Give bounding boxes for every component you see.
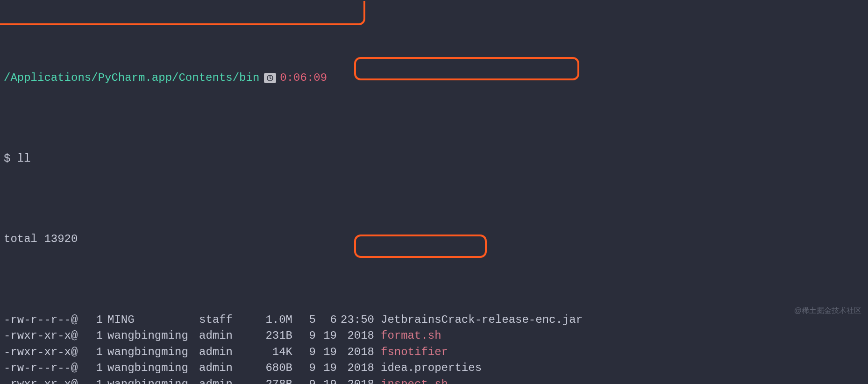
file-time: 23:50 <box>337 312 379 328</box>
file-group: staff <box>199 312 250 328</box>
file-group: admin <box>199 360 250 377</box>
file-group: admin <box>199 328 250 344</box>
file-month: 9 <box>292 360 316 377</box>
file-day: 19 <box>316 328 337 344</box>
cwd-path: /Applications/PyCharm.app/Contents/bin <box>4 70 259 86</box>
file-owner: wangbingming <box>106 344 199 361</box>
file-time: 2018 <box>337 344 379 361</box>
file-row: -rwxr-xr-x@1wangbingmingadmin14K9192018f… <box>4 344 864 361</box>
terminal-window[interactable]: /Applications/PyCharm.app/Contents/bin 0… <box>0 0 868 384</box>
file-row: -rw-r--r--@1wangbingmingadmin680B9192018… <box>4 360 864 377</box>
file-name: idea.properties <box>381 362 482 374</box>
file-name: JetbrainsCrack-release-enc.jar <box>381 313 583 326</box>
file-name-cell: fsnotifier <box>379 344 864 361</box>
file-month: 9 <box>292 344 316 361</box>
file-time: 2018 <box>337 328 379 344</box>
file-size: 231B <box>250 328 292 344</box>
prompt-line-1: /Applications/PyCharm.app/Contents/bin 0… <box>4 70 864 86</box>
file-name-cell: inspect.sh <box>379 377 864 384</box>
terminal-content[interactable]: /Applications/PyCharm.app/Contents/bin 0… <box>0 0 868 384</box>
file-name: fsnotifier <box>381 346 448 358</box>
command-text: ll <box>17 152 31 165</box>
prompt-time: 0:06:09 <box>280 70 327 86</box>
command-line-1: $ ll <box>4 151 864 167</box>
file-link-count: 1 <box>92 377 106 384</box>
file-size: 14K <box>250 344 292 361</box>
file-day: 19 <box>316 344 337 361</box>
file-month: 9 <box>292 328 316 344</box>
file-owner: wangbingming <box>106 360 199 377</box>
file-link-count: 1 <box>92 312 106 328</box>
file-month: 9 <box>292 377 316 384</box>
file-name-cell: idea.properties <box>379 360 864 377</box>
file-name-cell: JetbrainsCrack-release-enc.jar <box>379 312 864 328</box>
file-owner: wangbingming <box>106 377 199 384</box>
file-link-count: 1 <box>92 360 106 377</box>
file-row: -rwxr-xr-x@1wangbingmingadmin278B9192018… <box>4 377 864 384</box>
file-permissions: -rwxr-xr-x@ <box>4 377 92 384</box>
file-name: format.sh <box>381 329 441 342</box>
file-link-count: 1 <box>92 344 106 361</box>
file-row: -rw-r--r--@1MINGstaff1.0M5623:50Jetbrain… <box>4 312 864 328</box>
file-day: 6 <box>316 312 337 328</box>
file-group: admin <box>199 344 250 361</box>
file-permissions: -rw-r--r--@ <box>4 312 92 328</box>
clock-icon <box>264 73 276 83</box>
prompt-symbol: $ <box>4 152 10 165</box>
file-name: inspect.sh <box>381 378 448 384</box>
file-day: 19 <box>316 360 337 377</box>
file-listing: -rw-r--r--@1MINGstaff1.0M5623:50Jetbrain… <box>4 312 864 384</box>
file-owner: MING <box>106 312 199 328</box>
file-time: 2018 <box>337 360 379 377</box>
file-permissions: -rwxr-xr-x@ <box>4 328 92 344</box>
watermark-text: @稀土掘金技术社区 <box>794 303 861 319</box>
file-size: 278B <box>250 377 292 384</box>
file-link-count: 1 <box>92 328 106 344</box>
file-size: 1.0M <box>250 312 292 328</box>
file-group: admin <box>199 377 250 384</box>
file-size: 680B <box>250 360 292 377</box>
file-name-cell: format.sh <box>379 328 864 344</box>
file-time: 2018 <box>337 377 379 384</box>
file-owner: wangbingming <box>106 328 199 344</box>
file-permissions: -rwxr-xr-x@ <box>4 344 92 361</box>
file-month: 5 <box>292 312 316 328</box>
total-line: total 13920 <box>4 231 864 248</box>
file-day: 19 <box>316 377 337 384</box>
file-permissions: -rw-r--r--@ <box>4 360 92 377</box>
file-row: -rwxr-xr-x@1wangbingmingadmin231B9192018… <box>4 328 864 344</box>
